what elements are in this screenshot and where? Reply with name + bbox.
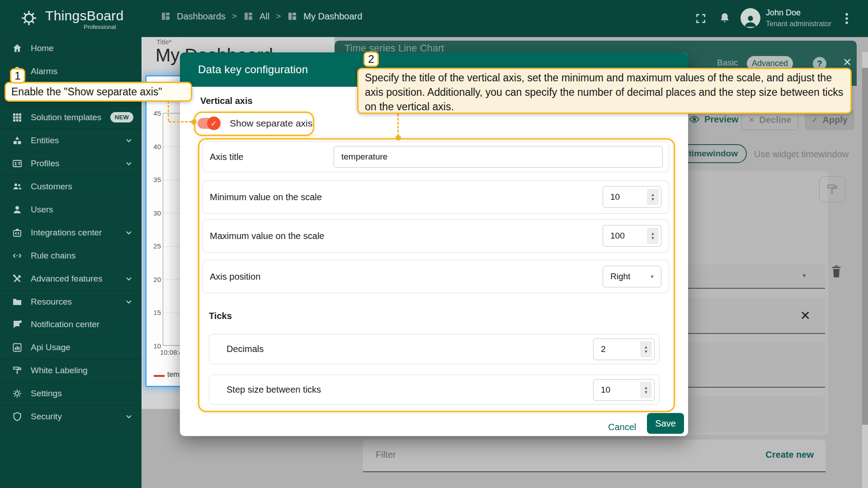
stepper-down-icon[interactable]: ▼ xyxy=(651,197,655,202)
axis-position-select[interactable]: Right ▼ xyxy=(603,266,661,287)
user-icon xyxy=(12,204,23,215)
home-icon xyxy=(12,43,23,54)
show-separate-axis-toggle[interactable]: ✓ xyxy=(198,118,218,129)
use-widget-timewindow-label: Use widget timewindow xyxy=(754,149,849,160)
breadcrumb-all[interactable]: All xyxy=(243,11,269,22)
decimals-input[interactable] xyxy=(594,339,643,360)
sidebar-item-solution-templates[interactable]: Solution templates NEW xyxy=(0,106,142,129)
sidebar-item-home[interactable]: Home xyxy=(0,37,142,60)
widget-title-label: Title* xyxy=(156,38,172,46)
screen: Time series Line Chart Basic Advanced ? … xyxy=(0,0,868,488)
breadcrumb-dashboards[interactable]: Dashboards xyxy=(160,11,226,22)
filter-label: Filter xyxy=(376,450,396,460)
select-arrow-icon: ▼ xyxy=(650,274,655,279)
stepper-up-icon[interactable]: ▲ xyxy=(644,345,648,349)
sidebar-item-integrations-center[interactable]: Integrations center xyxy=(0,221,142,244)
paint-roller-icon xyxy=(826,183,839,196)
axis-position-row: Axis position xyxy=(202,260,669,293)
scrollbar-thumb[interactable] xyxy=(862,68,868,425)
fullscreen-icon[interactable] xyxy=(695,13,707,24)
save-button[interactable]: Save xyxy=(647,413,684,434)
api-usage-icon xyxy=(12,342,23,353)
rule-chains-icon xyxy=(12,250,23,261)
sidebar-item-profiles[interactable]: Profiles xyxy=(0,152,142,175)
apply-check-icon: ✓ xyxy=(811,115,818,125)
sidebar-item-rule-chains[interactable]: Rule chains xyxy=(0,244,142,267)
user-role: Tenant administrator xyxy=(766,20,831,28)
stepper-up-icon[interactable]: ▲ xyxy=(644,385,648,390)
sidebar-item-customers[interactable]: Customers xyxy=(0,175,142,198)
stepper-up-icon[interactable]: ▲ xyxy=(651,231,655,236)
sidebar-item-advanced-features[interactable]: Advanced features xyxy=(0,267,142,291)
customers-icon xyxy=(12,181,23,192)
sidebar-item-entities[interactable]: Entities xyxy=(0,129,142,152)
sidebar-item-api-usage[interactable]: Api Usage xyxy=(0,336,142,359)
connector-dot xyxy=(396,135,401,141)
breadcrumb-separator: > xyxy=(276,11,281,21)
chevron-down-icon xyxy=(124,297,133,306)
sidebar-item-white-labeling[interactable]: White Labeling xyxy=(0,359,142,382)
dropdown-arrow-icon: ▼ xyxy=(802,272,807,279)
min-value-row: Minimum value on the scale xyxy=(202,180,669,214)
stepper-arrows[interactable]: ▲ ▼ xyxy=(647,189,659,205)
tools-icon xyxy=(12,273,23,284)
connector-line xyxy=(169,121,192,122)
step-1-badge: 1 xyxy=(10,68,25,84)
eye-icon xyxy=(689,114,700,125)
step-2-badge: 2 xyxy=(363,52,379,67)
top-bar: ThingsBoard Professional Dashboards > Al… xyxy=(0,0,868,37)
stepper-down-icon[interactable]: ▼ xyxy=(644,390,648,394)
person-icon xyxy=(743,13,758,28)
filter-field: Filter Create new xyxy=(363,440,826,472)
axis-title-input[interactable] xyxy=(334,146,663,168)
step-size-input[interactable] xyxy=(594,380,643,400)
stepper-arrows[interactable]: ▲ ▼ xyxy=(647,228,659,244)
breadcrumb-separator: > xyxy=(232,11,237,21)
templates-grid-icon xyxy=(12,112,23,123)
brand-tier: Professional xyxy=(84,23,116,30)
stepper-up-icon[interactable]: ▲ xyxy=(651,192,655,197)
background-settings-button xyxy=(819,176,845,202)
breadcrumb: Dashboards > All > My Dashboard xyxy=(160,11,362,22)
decimals-label: Decimals xyxy=(226,344,264,354)
y-tick: 20 xyxy=(147,276,161,283)
sidebar-item-security[interactable]: Security xyxy=(0,405,142,428)
more-menu-icon[interactable] xyxy=(844,12,849,25)
sidebar-item-settings[interactable]: Settings xyxy=(0,382,142,405)
stepper-arrows[interactable]: ▲ ▼ xyxy=(640,341,652,357)
y-tick: 35 xyxy=(147,176,161,183)
paint-roller-icon xyxy=(12,365,23,376)
step-size-label: Step size between ticks xyxy=(226,385,321,395)
profiles-icon xyxy=(12,158,23,169)
notifications-bell-icon[interactable] xyxy=(719,12,731,24)
sidebar-item-notification-center[interactable]: Notification center xyxy=(0,313,142,336)
brand-name: ThingsBoard xyxy=(45,8,123,23)
max-value-row: Maximum value on the scale xyxy=(202,219,669,253)
chevron-down-icon xyxy=(124,136,133,145)
show-separate-axis-label: Show separate axis xyxy=(230,118,312,129)
stepper-arrows[interactable]: ▲ ▼ xyxy=(640,382,652,398)
avatar[interactable] xyxy=(741,8,760,28)
sidebar-item-resources[interactable]: Resources xyxy=(0,291,142,314)
min-value-input[interactable] xyxy=(603,187,651,207)
y-tick: 40 xyxy=(147,143,161,150)
cancel-button[interactable]: Cancel xyxy=(608,422,636,432)
axis-title-label: Axis title xyxy=(210,152,243,162)
min-value-label: Minimum value on the scale xyxy=(210,192,322,202)
toggle-thumb: ✓ xyxy=(207,117,221,130)
sidebar-item-users[interactable]: Users xyxy=(0,198,142,221)
scrollbar-track[interactable] xyxy=(862,52,868,488)
stepper-down-icon[interactable]: ▼ xyxy=(644,349,648,354)
max-value-label: Maximum value on the scale xyxy=(210,231,324,241)
thingsboard-logo-icon xyxy=(18,7,40,29)
new-badge: NEW xyxy=(110,112,133,122)
y-tick: 10 xyxy=(147,342,161,350)
stepper-down-icon[interactable]: ▼ xyxy=(651,236,655,240)
breadcrumb-my-dashboard[interactable]: My Dashboard xyxy=(287,11,362,22)
axis-position-label: Axis position xyxy=(210,272,260,282)
max-value-input[interactable] xyxy=(603,225,651,246)
step-2-callout: Specify the title of the vertical axis, … xyxy=(357,68,852,114)
delete-datasource-icon xyxy=(830,264,843,279)
gear-icon xyxy=(12,388,23,399)
y-tick: 25 xyxy=(147,242,161,250)
